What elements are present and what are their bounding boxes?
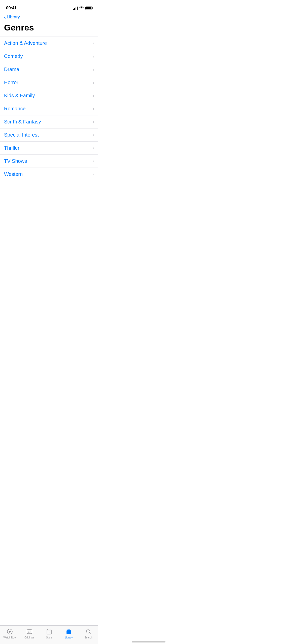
genre-label-comedy: Comedy [4, 53, 23, 59]
main-content: ‹ Library Genres Action & Adventure › Co… [0, 13, 98, 206]
genre-item-sci-fi-fantasy[interactable]: Sci-Fi & Fantasy › [0, 115, 98, 128]
wifi-icon [79, 6, 84, 10]
genre-label-horror: Horror [4, 80, 18, 85]
genre-chevron-icon-western: › [93, 172, 94, 177]
genre-label-kids-family: Kids & Family [4, 93, 35, 99]
genre-label-drama: Drama [4, 67, 19, 72]
genre-chevron-icon-romance: › [93, 107, 94, 111]
back-chevron-icon: ‹ [4, 15, 6, 20]
genre-item-tv-shows[interactable]: TV Shows › [0, 155, 98, 168]
genre-item-horror[interactable]: Horror › [0, 76, 98, 89]
status-icons [73, 6, 92, 10]
genre-chevron-icon-kids-family: › [93, 93, 94, 98]
genre-chevron-icon-comedy: › [93, 54, 94, 59]
status-bar: 09:41 [0, 0, 98, 13]
genre-item-kids-family[interactable]: Kids & Family › [0, 89, 98, 102]
genre-chevron-icon-special-interest: › [93, 133, 94, 137]
genre-label-thriller: Thriller [4, 145, 19, 151]
genre-item-drama[interactable]: Drama › [0, 63, 98, 76]
genre-chevron-icon-horror: › [93, 80, 94, 85]
genre-item-thriller[interactable]: Thriller › [0, 142, 98, 155]
genre-chevron-icon-drama: › [93, 67, 94, 72]
page-title: Genres [0, 21, 98, 37]
back-label: Library [7, 15, 20, 20]
genre-item-romance[interactable]: Romance › [0, 102, 98, 115]
genre-item-action-adventure[interactable]: Action & Adventure › [0, 37, 98, 50]
genre-item-comedy[interactable]: Comedy › [0, 50, 98, 63]
genre-chevron-icon-sci-fi-fantasy: › [93, 120, 94, 124]
genre-chevron-icon-tv-shows: › [93, 159, 94, 164]
status-time: 09:41 [6, 6, 17, 11]
genre-list: Action & Adventure › Comedy › Drama › Ho… [0, 37, 98, 181]
genre-chevron-icon-action-adventure: › [93, 41, 94, 46]
battery-icon [85, 7, 92, 10]
genre-item-western[interactable]: Western › [0, 168, 98, 181]
genre-chevron-icon-thriller: › [93, 146, 94, 150]
back-button[interactable]: ‹ Library [0, 13, 98, 21]
genre-label-action-adventure: Action & Adventure [4, 40, 47, 46]
genre-label-romance: Romance [4, 106, 26, 112]
genre-label-western: Western [4, 171, 23, 177]
genre-label-special-interest: Special Interest [4, 132, 39, 138]
genre-item-special-interest[interactable]: Special Interest › [0, 128, 98, 142]
genre-label-sci-fi-fantasy: Sci-Fi & Fantasy [4, 119, 41, 125]
signal-icon [73, 7, 78, 10]
genre-label-tv-shows: TV Shows [4, 158, 27, 164]
